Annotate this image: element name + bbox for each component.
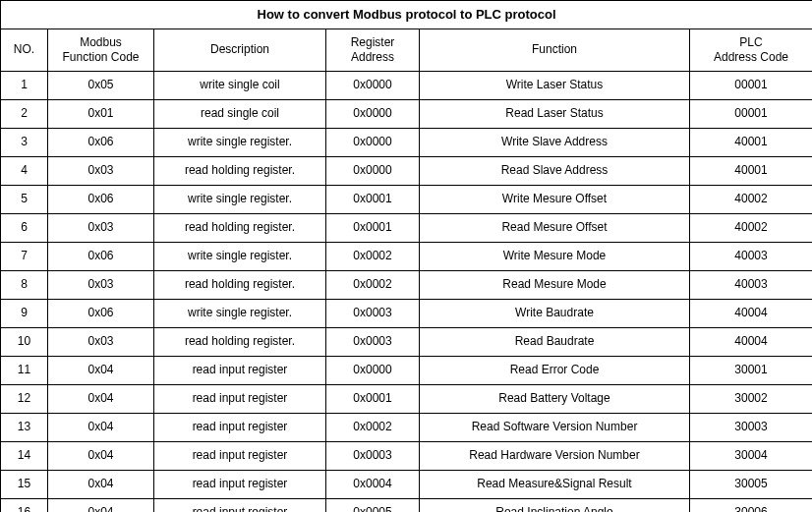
- cell-func: Read Measure&Signal Result: [420, 470, 690, 498]
- cell-desc: read input register: [154, 384, 326, 413]
- cell-desc: read input register: [154, 413, 326, 441]
- cell-reg: 0x0004: [326, 470, 420, 498]
- cell-desc: write single register.: [154, 128, 326, 156]
- cell-modbus: 0x06: [48, 128, 154, 156]
- cell-no: 2: [1, 99, 48, 128]
- protocol-conversion-table: How to convert Modbus protocol to PLC pr…: [0, 0, 812, 512]
- cell-plc: 40004: [690, 327, 813, 356]
- cell-func: Read Software Version Number: [420, 413, 690, 441]
- cell-desc: write single coil: [154, 71, 326, 99]
- table-row: 30x06write single register.0x0000Write S…: [1, 128, 813, 156]
- cell-no: 7: [1, 242, 48, 270]
- cell-modbus: 0x03: [48, 327, 154, 356]
- cell-func: Read Mesure Offset: [420, 213, 690, 242]
- cell-reg: 0x0003: [326, 299, 420, 327]
- cell-no: 12: [1, 384, 48, 413]
- cell-no: 16: [1, 498, 48, 512]
- cell-no: 6: [1, 213, 48, 242]
- cell-reg: 0x0002: [326, 242, 420, 270]
- cell-plc: 40003: [690, 270, 813, 299]
- cell-modbus: 0x04: [48, 498, 154, 512]
- cell-func: Write Baudrate: [420, 299, 690, 327]
- header-no: NO.: [1, 28, 48, 71]
- cell-reg: 0x0002: [326, 270, 420, 299]
- cell-modbus: 0x06: [48, 242, 154, 270]
- cell-plc: 30003: [690, 413, 813, 441]
- cell-modbus: 0x06: [48, 185, 154, 213]
- cell-no: 14: [1, 441, 48, 470]
- table-row: 160x04read input register0x0005Read Incl…: [1, 498, 813, 512]
- cell-no: 11: [1, 356, 48, 384]
- header-description: Description: [154, 28, 326, 71]
- cell-desc: read holding register.: [154, 156, 326, 185]
- cell-desc: read holding register.: [154, 327, 326, 356]
- cell-modbus: 0x03: [48, 213, 154, 242]
- table-row: 10x05write single coil0x0000Write Laser …: [1, 71, 813, 99]
- cell-reg: 0x0000: [326, 128, 420, 156]
- cell-desc: read input register: [154, 470, 326, 498]
- cell-reg: 0x0000: [326, 99, 420, 128]
- cell-modbus: 0x04: [48, 470, 154, 498]
- cell-modbus: 0x04: [48, 384, 154, 413]
- cell-no: 8: [1, 270, 48, 299]
- cell-no: 9: [1, 299, 48, 327]
- cell-desc: read single coil: [154, 99, 326, 128]
- cell-modbus: 0x06: [48, 299, 154, 327]
- cell-modbus: 0x04: [48, 413, 154, 441]
- cell-desc: write single register.: [154, 242, 326, 270]
- cell-func: Read Mesure Mode: [420, 270, 690, 299]
- cell-reg: 0x0001: [326, 185, 420, 213]
- header-modbus-code: ModbusFunction Code: [48, 28, 154, 71]
- cell-func: Read Baudrate: [420, 327, 690, 356]
- cell-reg: 0x0003: [326, 327, 420, 356]
- cell-reg: 0x0001: [326, 384, 420, 413]
- cell-reg: 0x0000: [326, 156, 420, 185]
- cell-modbus: 0x04: [48, 356, 154, 384]
- cell-modbus: 0x03: [48, 156, 154, 185]
- cell-func: Read Hardware Version Number: [420, 441, 690, 470]
- cell-plc: 00001: [690, 71, 813, 99]
- cell-reg: 0x0002: [326, 413, 420, 441]
- cell-plc: 30006: [690, 498, 813, 512]
- cell-func: Read Battery Voltage: [420, 384, 690, 413]
- cell-no: 10: [1, 327, 48, 356]
- cell-modbus: 0x03: [48, 270, 154, 299]
- cell-plc: 30005: [690, 470, 813, 498]
- table-row: 60x03read holding register.0x0001Read Me…: [1, 213, 813, 242]
- cell-no: 13: [1, 413, 48, 441]
- cell-desc: write single register.: [154, 299, 326, 327]
- table-row: 90x06write single register.0x0003Write B…: [1, 299, 813, 327]
- table-row: 40x03read holding register.0x0000Read Sl…: [1, 156, 813, 185]
- cell-desc: write single register.: [154, 185, 326, 213]
- cell-reg: 0x0005: [326, 498, 420, 512]
- cell-plc: 40001: [690, 128, 813, 156]
- cell-modbus: 0x01: [48, 99, 154, 128]
- table-row: 130x04read input register0x0002Read Soft…: [1, 413, 813, 441]
- table-row: 50x06write single register.0x0001Write M…: [1, 185, 813, 213]
- cell-plc: 40002: [690, 185, 813, 213]
- table-row: 110x04read input register0x0000Read Erro…: [1, 356, 813, 384]
- cell-modbus: 0x04: [48, 441, 154, 470]
- cell-no: 1: [1, 71, 48, 99]
- cell-plc: 30001: [690, 356, 813, 384]
- table-row: 140x04read input register0x0003Read Hard…: [1, 441, 813, 470]
- cell-no: 15: [1, 470, 48, 498]
- cell-func: Read Error Code: [420, 356, 690, 384]
- cell-plc: 30004: [690, 441, 813, 470]
- cell-desc: read input register: [154, 441, 326, 470]
- cell-reg: 0x0003: [326, 441, 420, 470]
- cell-plc: 40002: [690, 213, 813, 242]
- cell-func: Read Slave Address: [420, 156, 690, 185]
- table-row: 120x04read input register0x0001Read Batt…: [1, 384, 813, 413]
- header-function: Function: [420, 28, 690, 71]
- table-row: 150x04read input register0x0004Read Meas…: [1, 470, 813, 498]
- cell-reg: 0x0000: [326, 356, 420, 384]
- header-plc-address: PLCAddress Code: [690, 28, 813, 71]
- cell-desc: read input register: [154, 498, 326, 512]
- table-title: How to convert Modbus protocol to PLC pr…: [1, 1, 813, 29]
- cell-func: Write Slave Address: [420, 128, 690, 156]
- header-register-address: RegisterAddress: [326, 28, 420, 71]
- table-row: 20x01read single coil0x0000Read Laser St…: [1, 99, 813, 128]
- cell-no: 4: [1, 156, 48, 185]
- cell-plc: 40004: [690, 299, 813, 327]
